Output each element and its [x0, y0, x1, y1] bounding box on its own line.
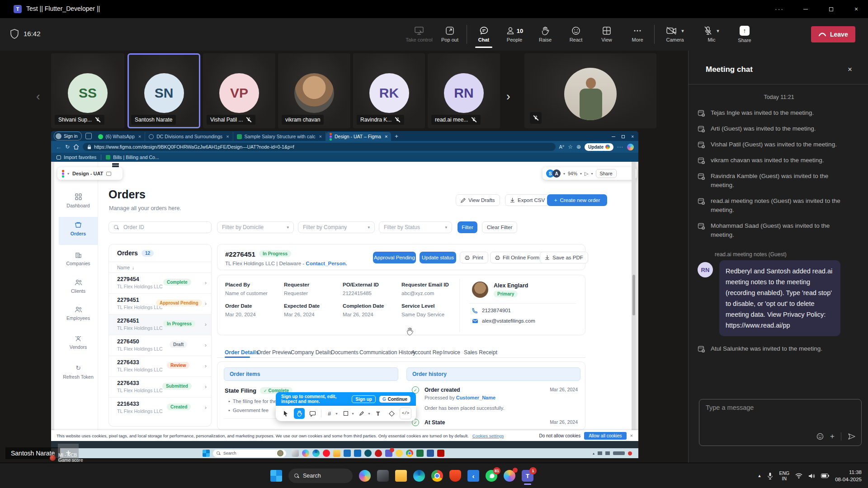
leave-button[interactable]: Leave: [811, 26, 855, 42]
epic-games-icon[interactable]: [377, 470, 389, 482]
shared-acrobat-icon[interactable]: [437, 450, 444, 457]
tab-close-icon[interactable]: ×: [385, 134, 387, 139]
customer-name-link[interactable]: Customer_Name: [456, 395, 495, 400]
collections-icon[interactable]: ⊕: [576, 144, 581, 150]
shared-copilot-icon[interactable]: [302, 450, 309, 457]
mic-button[interactable]: ▾ Mic: [695, 20, 728, 49]
shared-clickup-icon[interactable]: [396, 450, 403, 457]
react-button[interactable]: React: [562, 20, 590, 49]
tab-documents[interactable]: Documents: [331, 349, 359, 356]
window-restore-icon[interactable]: [823, 3, 839, 15]
hand-tool-icon[interactable]: [294, 408, 305, 419]
filter-company-select[interactable]: Filter by Company▾: [298, 221, 375, 233]
contact-email[interactable]: alex@vstatefilings.com: [482, 318, 535, 324]
tab-account-rep[interactable]: Account Rep: [411, 349, 443, 356]
sidebar-item-clients[interactable]: Clients: [59, 279, 98, 294]
search-input[interactable]: [123, 224, 192, 231]
chevron-down-icon[interactable]: ▾: [591, 172, 593, 176]
filter-domicile-select[interactable]: Filter by Domicile▾: [217, 221, 294, 233]
camera-button[interactable]: ▾ Camera: [657, 20, 693, 49]
brave-icon[interactable]: [449, 470, 461, 482]
file-explorer-icon[interactable]: [395, 470, 407, 482]
video-tile[interactable]: SS Shivani Sup...: [51, 53, 124, 128]
frame-tool-icon[interactable]: #: [324, 408, 335, 419]
browser-more-icon[interactable]: ···: [617, 144, 623, 150]
chat-message-input[interactable]: [705, 403, 842, 427]
order-row[interactable]: 2279451TL Flex Holdings LLC Approval Pen…: [109, 293, 211, 314]
edge-icon[interactable]: [413, 470, 425, 482]
shared-explorer-icon[interactable]: [333, 450, 340, 457]
read-aloud-icon[interactable]: A°: [559, 144, 565, 150]
contact-phone[interactable]: 2123874901: [482, 308, 511, 313]
order-row[interactable]: 2216433TL Flex Holdings LLC Created›: [109, 397, 211, 418]
shared-photos-icon[interactable]: [292, 450, 299, 457]
zoom-level[interactable]: 94%: [568, 171, 577, 176]
export-csv-button[interactable]: Export CSV: [505, 194, 550, 206]
browser-profile-button[interactable]: Sign in: [54, 131, 82, 141]
update-status-button[interactable]: Update status: [420, 252, 456, 263]
import-favorites-button[interactable]: Import favorites: [57, 155, 96, 160]
window-close-icon[interactable]: ×: [848, 3, 864, 15]
people-button[interactable]: 10 People: [500, 20, 528, 49]
home-icon[interactable]: [73, 144, 79, 150]
figma-file-chip[interactable]: ▾ Design - UAT: [57, 167, 123, 180]
mic-chevron-icon[interactable]: ▾: [717, 28, 719, 34]
cookie-settings-link[interactable]: Cookies settings: [472, 433, 504, 438]
approval-pending-button[interactable]: Approval Pending: [373, 252, 416, 263]
tab-close-icon[interactable]: ×: [138, 134, 141, 139]
shared-excel-icon[interactable]: [416, 450, 424, 457]
sidebar-item-employees[interactable]: Employees: [59, 306, 98, 321]
browser-close-icon[interactable]: ×: [631, 134, 634, 139]
chat-button[interactable]: Chat: [470, 20, 498, 49]
pen-tool-icon[interactable]: [356, 408, 367, 419]
bookmark-item[interactable]: Bills | Billing and Co...: [106, 155, 159, 160]
deny-cookies-button[interactable]: Do not allow cookies: [539, 433, 580, 438]
new-tab-icon[interactable]: +: [395, 133, 398, 140]
copilot-icon[interactable]: [359, 470, 371, 482]
comment-tool-icon[interactable]: [307, 408, 318, 419]
address-bar[interactable]: https://www.figma.com/design/9BKQ0FOHRWa…: [83, 143, 555, 151]
allow-cookies-button[interactable]: Allow all cookies: [584, 432, 626, 440]
shape-tool-icon[interactable]: [340, 408, 351, 419]
volume-icon[interactable]: [808, 473, 815, 479]
collaborator-avatar[interactable]: A: [552, 169, 561, 178]
order-row[interactable]: 2276433TL Flex Holdings LLC Review›: [109, 356, 211, 377]
order-row[interactable]: 2276433TL Flex Holdings LLC Submitted›: [109, 376, 211, 398]
workspaces-icon[interactable]: [85, 133, 92, 139]
browser-minimize-icon[interactable]: [612, 136, 615, 137]
dev-mode-icon[interactable]: </>: [400, 408, 411, 419]
layout-icon[interactable]: [106, 172, 111, 176]
shared-tray-chevron-icon[interactable]: ▴: [593, 451, 594, 455]
video-tile[interactable]: VP Vishal Patil ...: [203, 53, 275, 128]
filter-clear-button[interactable]: Clear Filter: [482, 221, 517, 233]
tab-order-details[interactable]: Order Details: [225, 349, 259, 356]
start-button[interactable]: [270, 470, 282, 482]
browser-restore-icon[interactable]: [622, 135, 625, 138]
tiles-scroll-left-icon[interactable]: ‹: [36, 89, 40, 103]
google-continue-button[interactable]: GContinue: [379, 396, 410, 403]
tab-sales-receipt[interactable]: Sales Receipt: [464, 349, 497, 356]
sidebar-item-dashboard[interactable]: Dashboard: [59, 193, 98, 208]
chevron-down-icon[interactable]: ▾: [563, 172, 565, 176]
canvas-scrollbar[interactable]: [632, 162, 636, 431]
window-more-icon[interactable]: ···: [771, 3, 788, 15]
browser-tab-active[interactable]: Design - UAT – Figma×: [326, 132, 391, 141]
whatsapp-icon[interactable]: 81: [486, 470, 497, 482]
filter-status-select[interactable]: Filter by Status▾: [379, 221, 452, 233]
attach-plus-icon[interactable]: +: [830, 432, 835, 441]
tray-chevron-icon[interactable]: ▲: [757, 474, 761, 478]
move-tool-icon[interactable]: [280, 408, 291, 419]
chrome-icon[interactable]: [431, 470, 443, 482]
order-row[interactable]: 2276450TL Flex Holdings LLC Draft›: [109, 335, 211, 356]
shared-chrome-icon[interactable]: [406, 450, 413, 457]
shared-app-icon[interactable]: [364, 450, 372, 457]
game-score-widget[interactable]: MI - RCB Game score: [50, 453, 83, 463]
more-button[interactable]: More: [623, 20, 651, 49]
create-new-order-button[interactable]: +Create new order: [547, 194, 607, 206]
contact-person-link[interactable]: Contact_Person.: [306, 261, 347, 266]
shared-teams-icon[interactable]: [385, 450, 392, 457]
fill-online-form-button[interactable]: Fill Online Form: [490, 252, 544, 263]
cookie-close-icon[interactable]: ×: [630, 433, 633, 438]
chevron-down-icon[interactable]: ▾: [67, 172, 69, 176]
filter-apply-button[interactable]: Filter: [458, 221, 477, 233]
